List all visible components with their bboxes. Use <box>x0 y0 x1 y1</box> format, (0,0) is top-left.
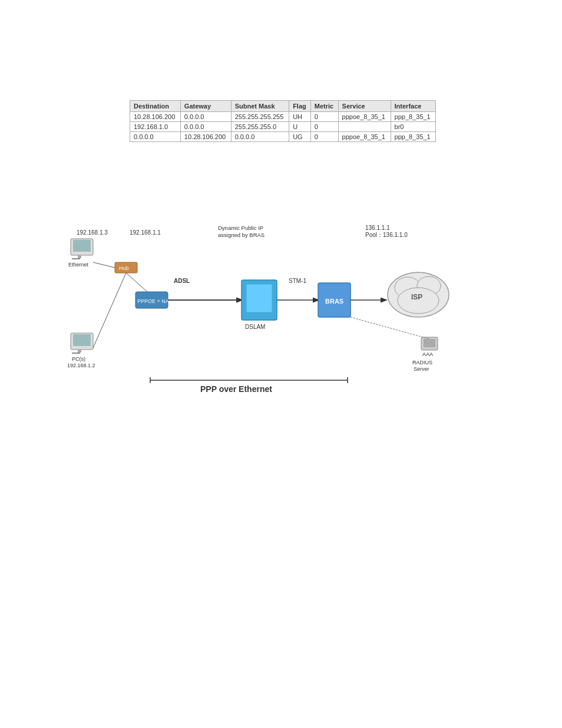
ip2-label: 192.168.1.1 <box>130 229 161 236</box>
svg-line-27 <box>93 262 115 268</box>
ppp-label: PPP over Ethernet <box>200 384 272 394</box>
ip1-label: 192.168.1.3 <box>77 229 108 236</box>
pc-ip-label: 192.168.1.2 <box>67 363 95 368</box>
table-cell: 0 <box>310 132 338 142</box>
stm1-label: STM-1 <box>289 278 306 284</box>
radius-label: RADIUS <box>412 360 432 365</box>
table-cell: pppoe_8_35_1 <box>338 112 391 122</box>
table-cell: 0.0.0.0 <box>180 112 231 122</box>
table-cell: 255.255.255.255 <box>231 112 289 122</box>
table-cell: 10.28.106.200 <box>180 132 231 142</box>
svg-line-29 <box>126 273 147 292</box>
svg-rect-2 <box>78 255 81 258</box>
pool-label: Pool：136.1.1.0 <box>365 232 408 238</box>
table-cell: 0.0.0.0 <box>130 132 181 142</box>
col-header-interface: Interface <box>391 101 435 112</box>
svg-rect-7 <box>72 353 80 354</box>
table-cell <box>338 122 391 132</box>
ethernet-label: Ethernet <box>68 262 89 268</box>
table-cell: 0.0.0.0 <box>231 132 289 142</box>
col-header-gateway: Gateway <box>180 101 231 112</box>
table-row: 10.28.106.2000.0.0.0255.255.255.255UH0pp… <box>130 112 436 122</box>
col-header-flag: Flag <box>289 101 311 112</box>
svg-rect-22 <box>424 339 435 347</box>
col-header-service: Service <box>338 101 391 112</box>
bras-ip-label: 136.1.1.1 <box>365 225 390 231</box>
col-header-metric: Metric <box>310 101 338 112</box>
table-row: 0.0.0.010.28.106.2000.0.0.0UG0pppoe_8_35… <box>130 132 436 142</box>
svg-line-28 <box>93 273 126 348</box>
svg-line-23 <box>351 317 429 339</box>
table-cell: U <box>289 122 311 132</box>
col-header-destination: Destination <box>130 101 181 112</box>
svg-rect-3 <box>72 258 80 259</box>
adsl-label: ADSL <box>174 278 190 284</box>
svg-rect-1 <box>73 240 91 252</box>
svg-rect-5 <box>73 334 91 346</box>
table-cell: 255.255.255.0 <box>231 122 289 132</box>
table-cell: pppoe_8_35_1 <box>338 132 391 142</box>
table-cell: 0 <box>310 112 338 122</box>
table-cell: 192.168.1.0 <box>130 122 181 132</box>
network-diagram: 192.168.1.3 192.168.1.1 Dynamic Public I… <box>59 224 507 424</box>
table-cell: ppp_8_35_1 <box>391 112 435 122</box>
pppoe-nat-label: PPPOE + NAT <box>137 298 172 304</box>
table-cell: UH <box>289 112 311 122</box>
radius-server-label: Server <box>414 366 429 372</box>
table-cell: 10.28.106.200 <box>130 112 181 122</box>
table-cell: br0 <box>391 122 435 132</box>
svg-rect-6 <box>78 350 81 353</box>
col-header-subnet: Subnet Mask <box>231 101 289 112</box>
dynamic-ip-label: Dynamic Public IP <box>218 225 263 231</box>
table-cell: ppp_8_35_1 <box>391 132 435 142</box>
table-cell: 0 <box>310 122 338 132</box>
bras-label: BRAS <box>325 298 343 305</box>
routing-table: Destination Gateway Subnet Mask Flag Met… <box>130 100 436 142</box>
svg-rect-13 <box>246 284 272 312</box>
table-row: 192.168.1.00.0.0.0255.255.255.0U0br0 <box>130 122 436 132</box>
hub-label: Hub <box>119 265 129 271</box>
assigned-label: assigned by BRAS <box>218 232 265 238</box>
aaa-label: AAA <box>422 351 433 357</box>
dslam-label: DSLAM <box>245 324 265 330</box>
table-cell: 0.0.0.0 <box>180 122 231 132</box>
table-cell: UG <box>289 132 311 142</box>
isp-label: ISP <box>411 293 422 301</box>
pc-label: PC(s) <box>72 356 85 362</box>
routing-table-section: Destination Gateway Subnet Mask Flag Met… <box>130 100 436 142</box>
